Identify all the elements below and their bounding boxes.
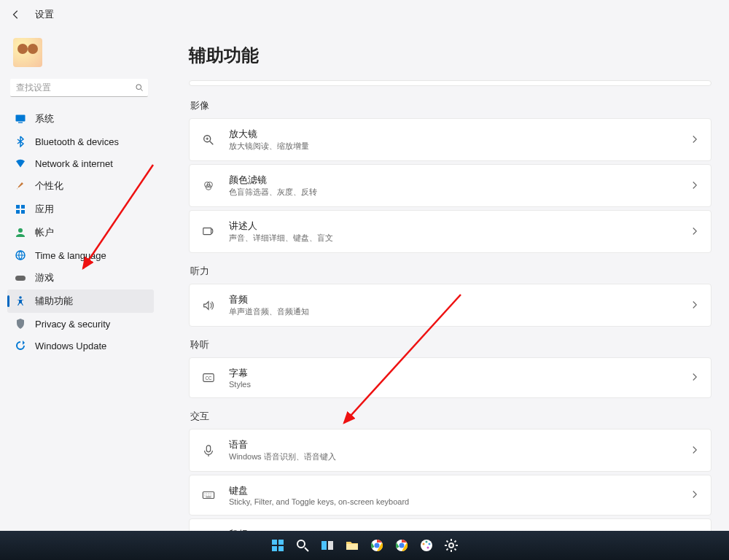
setting-card-narrator[interactable]: 讲述人 声音、详细详细、键盘、盲文 — [189, 210, 712, 253]
sidebar-item-brush[interactable]: 个性化 — [7, 174, 154, 198]
chevron-right-icon — [690, 179, 699, 192]
svg-rect-6 — [21, 210, 25, 214]
apps-icon — [15, 203, 26, 215]
card-subtitle: 单声道音频、音频通知 — [229, 306, 677, 317]
search-box[interactable] — [10, 79, 148, 97]
sidebar-item-shield[interactable]: Privacy & security — [7, 313, 154, 335]
content-area: 辅助功能 影像 放大镜 放大镜阅读、缩放增量 颜色滤镜 色盲筛选器、灰度、反转 … — [157, 29, 729, 531]
chevron-right-icon — [690, 133, 699, 147]
chevron-right-icon — [690, 225, 699, 238]
taskbar — [0, 531, 729, 560]
svg-point-7 — [18, 228, 23, 233]
card-title: 讲述人 — [229, 219, 677, 233]
section-heading: 影像 — [190, 99, 712, 112]
svg-rect-5 — [16, 210, 20, 214]
shield-icon — [15, 318, 26, 330]
card-subtitle: Windows 语音识别、语音键入 — [229, 451, 677, 462]
sidebar-item-wifi[interactable]: Network & internet — [7, 152, 154, 174]
card-title: 键盘 — [229, 484, 677, 497]
card-subtitle: 放大镜阅读、缩放增量 — [229, 141, 677, 152]
setting-card-colorfilter[interactable]: 颜色滤镜 色盲筛选器、灰度、反转 — [189, 164, 712, 207]
taskbar-paint[interactable] — [417, 536, 436, 555]
svg-rect-15 — [203, 228, 211, 234]
sidebar-item-label: 帐户 — [35, 226, 54, 239]
search-input[interactable] — [10, 79, 148, 97]
keyboard-icon — [201, 488, 216, 502]
search-icon — [135, 82, 144, 95]
audio-icon — [201, 298, 216, 313]
sidebar-item-label: 游戏 — [35, 271, 54, 284]
setting-card-mic[interactable]: 语音 Windows 语音识别、语音键入 — [189, 429, 712, 472]
back-button[interactable] — [9, 7, 23, 22]
card-subtitle: 色盲筛选器、灰度、反转 — [229, 187, 677, 198]
setting-card-keyboard[interactable]: 键盘 Sticky, Filter, and Toggle keys, on-s… — [189, 475, 712, 516]
chevron-right-icon — [690, 371, 699, 384]
card-title: 放大镜 — [229, 128, 677, 141]
magnify-icon — [201, 133, 216, 147]
svg-point-0 — [136, 84, 141, 89]
sidebar-item-bluetooth[interactable]: Bluetooth & devices — [7, 131, 154, 152]
setting-card-audio[interactable]: 音频 单声道音频、音频通知 — [189, 284, 712, 327]
sidebar: 系统Bluetooth & devicesNetwork & internet个… — [0, 29, 157, 531]
setting-card-magnify[interactable]: 放大镜 放大镜阅读、缩放增量 — [189, 118, 712, 161]
svg-point-41 — [449, 543, 453, 548]
taskbar-chrome-a[interactable] — [367, 536, 386, 555]
sidebar-item-game[interactable]: 游戏 — [7, 266, 154, 289]
section-heading: 听力 — [190, 265, 712, 278]
window-title: 设置 — [35, 8, 54, 21]
scroll-track-hint — [189, 80, 712, 86]
chevron-right-icon — [690, 299, 699, 312]
globe-icon — [15, 249, 26, 261]
bluetooth-icon — [15, 136, 26, 147]
svg-point-10 — [19, 296, 22, 299]
sidebar-item-update[interactable]: Windows Update — [7, 335, 154, 357]
sidebar-item-label: Privacy & security — [35, 319, 110, 330]
sidebar-item-label: 辅助功能 — [35, 295, 73, 308]
svg-rect-4 — [21, 205, 25, 209]
svg-rect-9 — [15, 276, 26, 281]
card-title: 音频 — [229, 293, 677, 306]
svg-point-28 — [297, 540, 305, 548]
update-icon — [15, 340, 26, 351]
svg-point-35 — [399, 543, 405, 548]
taskbar-taskview[interactable] — [318, 536, 337, 555]
section-heading: 聆听 — [190, 338, 712, 351]
game-icon — [15, 272, 26, 284]
avatar[interactable] — [13, 38, 42, 67]
mic-icon — [201, 443, 216, 458]
svg-text:CC: CC — [205, 376, 212, 381]
narrator-icon — [201, 225, 216, 239]
svg-rect-25 — [278, 540, 284, 545]
svg-rect-24 — [272, 540, 277, 545]
svg-point-39 — [429, 543, 431, 545]
card-title: 颜色滤镜 — [229, 174, 677, 187]
wifi-icon — [15, 158, 26, 169]
taskbar-explorer[interactable] — [343, 536, 362, 555]
card-subtitle: Styles — [229, 380, 677, 389]
chevron-right-icon — [690, 489, 699, 502]
sidebar-item-globe[interactable]: Time & language — [7, 244, 154, 266]
svg-rect-27 — [278, 546, 284, 551]
svg-rect-1 — [16, 115, 26, 122]
svg-rect-30 — [328, 541, 333, 550]
sidebar-item-person[interactable]: 帐户 — [7, 221, 154, 244]
card-title: 语音 — [229, 438, 677, 451]
person-icon — [15, 227, 26, 238]
taskbar-search[interactable] — [293, 536, 312, 555]
sidebar-item-display[interactable]: 系统 — [7, 107, 154, 131]
cc-icon: CC — [201, 370, 216, 385]
svg-point-33 — [375, 543, 380, 548]
card-subtitle: 声音、详细详细、键盘、盲文 — [229, 233, 677, 244]
page-title: 辅助功能 — [189, 44, 712, 67]
sidebar-item-label: 应用 — [35, 203, 54, 216]
taskbar-settings[interactable] — [442, 536, 461, 555]
taskbar-chrome-b[interactable] — [392, 536, 411, 555]
sidebar-item-label: 个性化 — [35, 179, 63, 192]
sidebar-item-apps[interactable]: 应用 — [7, 198, 154, 221]
sidebar-item-label: Windows Update — [35, 341, 106, 351]
svg-rect-3 — [16, 205, 20, 209]
setting-card-mouse[interactable]: 鼠标 Mouse keys, speed, acceleration — [189, 518, 712, 531]
sidebar-item-accessibility[interactable]: 辅助功能 — [7, 289, 154, 313]
setting-card-cc[interactable]: CC 字幕 Styles — [189, 357, 712, 398]
taskbar-start[interactable] — [268, 536, 287, 555]
